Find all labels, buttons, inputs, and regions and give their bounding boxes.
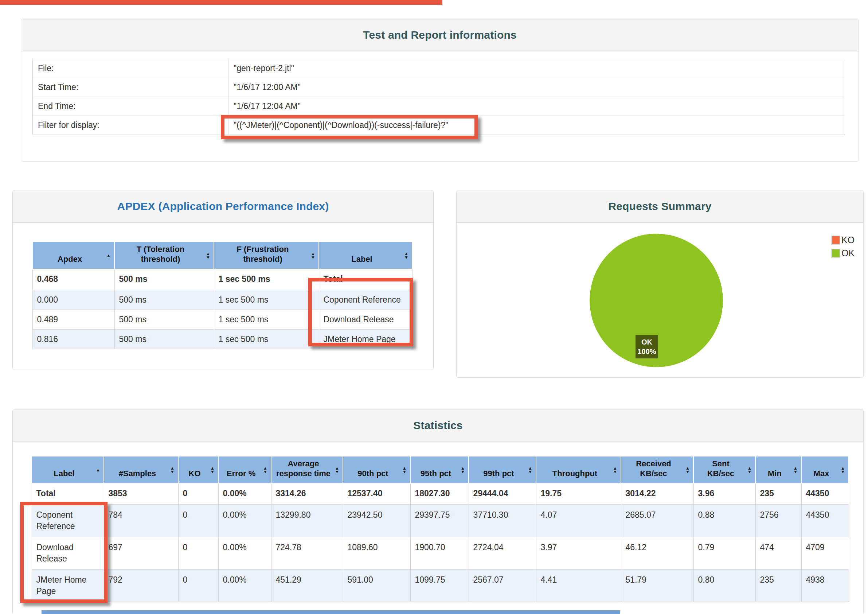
cell: 4938 bbox=[801, 569, 849, 602]
column-header-min[interactable]: Min▲▼ bbox=[755, 456, 801, 483]
test-report-info-title: Test and Report informations bbox=[363, 29, 517, 41]
cell: 235 bbox=[755, 483, 801, 505]
statistics-header: Statistics bbox=[13, 409, 863, 442]
cell: 1 sec 500 ms bbox=[214, 330, 319, 349]
cell: 500 ms bbox=[115, 269, 214, 290]
cell: 1 sec 500 ms bbox=[214, 310, 319, 330]
test-report-info-panel: Test and Report informations File:"gen-r… bbox=[21, 19, 859, 162]
cell: 3314.26 bbox=[271, 483, 343, 505]
cell: 3014.22 bbox=[621, 483, 693, 505]
info-row-label: File: bbox=[33, 59, 228, 78]
column-header-label: 90th pct bbox=[358, 469, 388, 478]
column-header-throughput[interactable]: Throughput▲▼ bbox=[536, 456, 621, 483]
column-header-label: Max bbox=[814, 469, 829, 478]
apdex-header: APDEX (Application Performance Index) bbox=[13, 190, 433, 223]
apdex-labels-annotation-box bbox=[308, 278, 413, 347]
cell: 0 bbox=[178, 505, 218, 537]
column-header-label[interactable]: Label▲ bbox=[32, 456, 104, 483]
cell: 784 bbox=[104, 505, 178, 537]
pie-data-label: OK 100% bbox=[636, 335, 658, 358]
sort-both-icon: ▲▼ bbox=[263, 466, 267, 474]
cell: 1900.70 bbox=[410, 537, 469, 569]
cell: 13299.80 bbox=[271, 505, 343, 537]
legend-item-ko: KO bbox=[831, 235, 854, 246]
cell: 235 bbox=[755, 569, 801, 602]
info-row-end-time: End Time:"1/6/17 12:04 AM" bbox=[33, 97, 845, 116]
test-report-info-header: Test and Report informations bbox=[21, 19, 859, 51]
cell: 0.00% bbox=[218, 569, 271, 602]
column-header-f-frustration-threshold[interactable]: F (Frustration threshold)▲▼ bbox=[214, 242, 319, 269]
cell: 46.12 bbox=[621, 537, 693, 569]
column-header-sent-kb-sec[interactable]: Sent KB/sec▲▼ bbox=[693, 456, 755, 483]
cell: 2756 bbox=[755, 505, 801, 537]
cell: 29397.75 bbox=[410, 505, 469, 537]
requests-summary-title: Requests Summary bbox=[608, 200, 711, 213]
cell: 3.97 bbox=[536, 537, 621, 569]
column-header-95th-pct[interactable]: 95th pct▲▼ bbox=[410, 456, 469, 483]
cell: 0 bbox=[178, 483, 218, 505]
cell: 0.00% bbox=[218, 505, 271, 537]
sort-both-icon: ▲▼ bbox=[841, 466, 845, 474]
column-header-t-toleration-threshold[interactable]: T (Toleration threshold)▲▼ bbox=[115, 242, 214, 269]
cell: 3.96 bbox=[693, 483, 755, 505]
column-header-99th-pct[interactable]: 99th pct▲▼ bbox=[469, 456, 536, 483]
info-row-label: Filter for display: bbox=[33, 116, 228, 135]
legend-label: KO bbox=[842, 235, 854, 246]
column-header-apdex[interactable]: Apdex▲ bbox=[33, 242, 115, 269]
header-row: Label▲#Samples▲▼KO▲▼Error %▲▼Average res… bbox=[32, 456, 849, 483]
column-header-received-kb-sec[interactable]: Received KB/sec▲▼ bbox=[621, 456, 693, 483]
cell: 0 bbox=[178, 569, 218, 602]
statistics-labels-annotation-box bbox=[20, 502, 107, 603]
legend-swatch-ko bbox=[831, 236, 840, 245]
info-row-value: "1/6/17 12:04 AM" bbox=[228, 97, 845, 116]
jmeter-dashboard-page: Test and Report informations File:"gen-r… bbox=[0, 0, 868, 614]
column-header-label[interactable]: Label▲▼ bbox=[319, 242, 412, 269]
header-row: Apdex▲T (Toleration threshold)▲▼F (Frust… bbox=[33, 242, 412, 269]
sort-both-icon: ▲▼ bbox=[404, 252, 409, 259]
filter-value-annotation-box bbox=[221, 115, 478, 139]
cell: 3853 bbox=[104, 483, 178, 505]
cell: 591.00 bbox=[343, 569, 410, 602]
cell: 51.79 bbox=[621, 569, 693, 602]
sort-ascending-icon: ▲ bbox=[96, 468, 100, 472]
cell: 500 ms bbox=[115, 290, 214, 310]
column-header-label: KO bbox=[189, 469, 201, 478]
legend-label: OK bbox=[842, 248, 854, 258]
column-header-label: 95th pct bbox=[420, 469, 451, 478]
column-header-average-response-time[interactable]: Average response time▲▼ bbox=[271, 456, 343, 483]
cell: 0 bbox=[178, 537, 218, 569]
statistics-title: Statistics bbox=[413, 419, 462, 432]
column-header-90th-pct[interactable]: 90th pct▲▼ bbox=[343, 456, 410, 483]
pie-legend: KOOK bbox=[831, 235, 854, 258]
sort-both-icon: ▲▼ bbox=[685, 466, 690, 474]
column-header-max[interactable]: Max▲▼ bbox=[801, 456, 849, 483]
column-header-label: Sent KB/sec bbox=[707, 459, 735, 478]
column-header-error[interactable]: Error %▲▼ bbox=[218, 456, 271, 483]
data-row: Coponent Reference78400.00%13299.8023942… bbox=[32, 505, 849, 537]
cell: 2724.04 bbox=[469, 537, 536, 569]
cell: 500 ms bbox=[115, 330, 214, 349]
cell: 1089.60 bbox=[343, 537, 410, 569]
column-header-label: #Samples bbox=[119, 469, 157, 478]
sort-both-icon: ▲▼ bbox=[170, 466, 175, 474]
info-row-file: File:"gen-report-2.jtl" bbox=[33, 59, 845, 78]
cell: 23942.50 bbox=[343, 505, 410, 537]
info-row-value: "gen-report-2.jtl" bbox=[228, 59, 845, 78]
column-header-label: Apdex bbox=[57, 255, 82, 264]
cell: 1099.75 bbox=[410, 569, 469, 602]
cell: 1 sec 500 ms bbox=[214, 269, 319, 290]
cell: 500 ms bbox=[115, 310, 214, 330]
info-row-label: Start Time: bbox=[33, 78, 228, 97]
column-header-ko[interactable]: KO▲▼ bbox=[178, 456, 218, 483]
pie-data-label-name: OK bbox=[636, 338, 658, 347]
column-header-label: Label bbox=[351, 255, 372, 264]
cell: 0.816 bbox=[33, 330, 115, 349]
column-header-samples[interactable]: #Samples▲▼ bbox=[104, 456, 178, 483]
sort-both-icon: ▲▼ bbox=[335, 466, 339, 474]
column-header-label: T (Toleration threshold) bbox=[136, 245, 185, 264]
info-row-label: End Time: bbox=[33, 97, 228, 116]
pie-data-label-percent: 100% bbox=[636, 347, 658, 356]
annotation-top-bar bbox=[0, 0, 442, 5]
cell: 2685.07 bbox=[621, 505, 693, 537]
cell: 44350 bbox=[801, 505, 849, 537]
